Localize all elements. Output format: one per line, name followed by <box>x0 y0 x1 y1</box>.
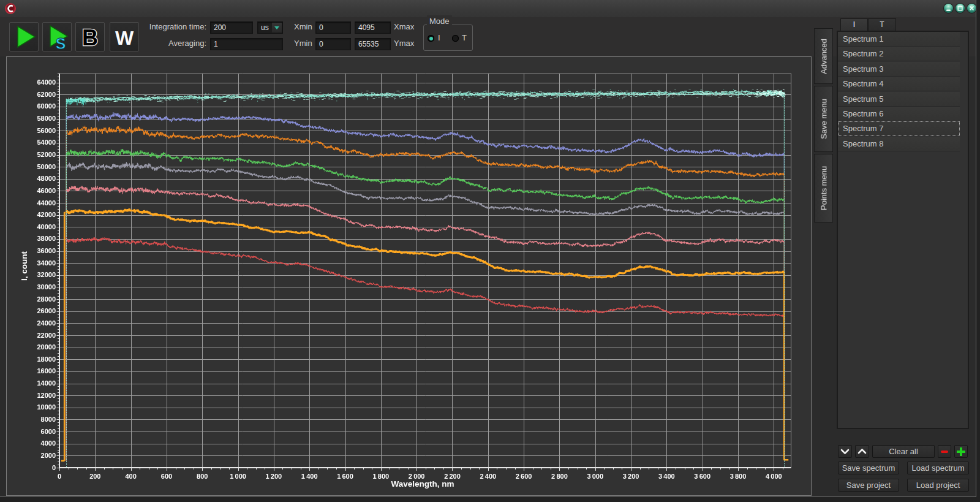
svg-text:W: W <box>115 27 134 49</box>
svg-text:B: B <box>82 25 98 50</box>
svg-text:S: S <box>56 35 66 51</box>
